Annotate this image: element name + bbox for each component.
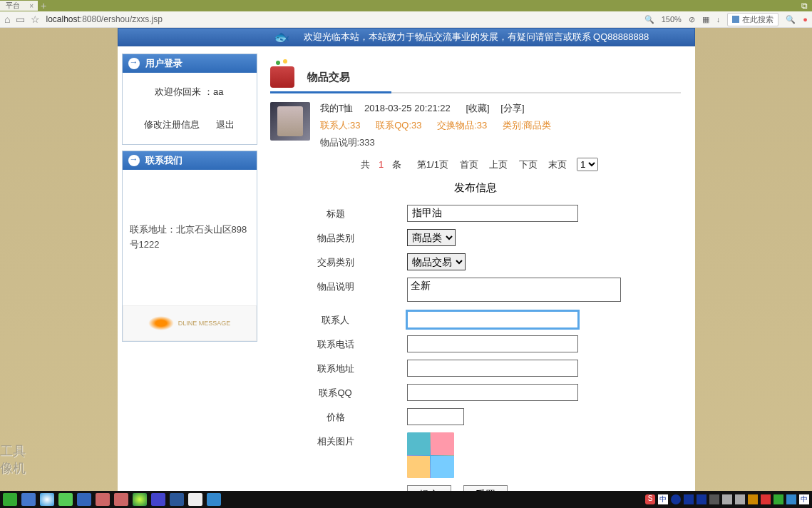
tray-lang-icon[interactable]: 中: [799, 494, 809, 504]
contact-panel-header: 联系我们: [123, 151, 257, 170]
record-icon[interactable]: ●: [803, 15, 808, 24]
shield-icon[interactable]: ⊘: [689, 15, 695, 24]
qq-label: 联系QQ: [264, 384, 407, 400]
tray-volume-icon[interactable]: [722, 494, 732, 504]
taskbar-app-icon[interactable]: [188, 493, 202, 506]
item-category: 类别:商品类: [503, 120, 552, 131]
taskbar-app-icon[interactable]: [151, 493, 165, 506]
tab-underline: [270, 92, 681, 93]
page-last[interactable]: 末页: [548, 159, 567, 170]
login-panel-header: 用户登录: [123, 54, 257, 73]
pin-icon[interactable]: ⧉: [801, 1, 808, 11]
star-icon[interactable]: ☆: [31, 14, 40, 25]
url-field[interactable]: localhost:8080/ershou/zxxs.jsp: [46, 14, 162, 24]
taskbar-app-icon[interactable]: [96, 493, 110, 506]
item-exchange: 交换物品:33: [437, 120, 487, 131]
page-background: 🐟 欢迎光临本站，本站致力于物品交流事业的发展，有疑问请留言或联系 QQ8888…: [0, 28, 812, 508]
taskbar-app-icon[interactable]: [21, 493, 36, 506]
zoom-icon[interactable]: 🔍: [644, 15, 654, 24]
category-select[interactable]: 商品类: [407, 229, 456, 246]
phone-label: 联系电话: [264, 335, 407, 351]
grid-icon[interactable]: ▦: [702, 15, 709, 24]
ime-indicator[interactable]: S: [645, 494, 655, 504]
browser-tab[interactable]: 平台 ×: [0, 1, 38, 11]
tray-icon[interactable]: [761, 494, 771, 504]
download-icon[interactable]: ↓: [716, 15, 721, 24]
page-prev[interactable]: 上页: [489, 159, 508, 170]
item-row: 我的T恤 2018-03-25 20:21:22 [收藏] [分享] 联系人:3…: [270, 102, 681, 149]
logout-link[interactable]: 退出: [216, 119, 235, 130]
title-label: 标题: [264, 205, 407, 220]
close-icon[interactable]: ×: [29, 2, 34, 10]
taskbar-app-icon[interactable]: [170, 493, 184, 506]
tray-icon[interactable]: [748, 494, 758, 504]
tray-chevron-icon[interactable]: [709, 494, 719, 504]
fish-icon: 🐟: [274, 29, 289, 45]
category-label: 物品类别: [264, 229, 407, 245]
item-qq: 联系QQ:33: [376, 120, 421, 131]
search-icon[interactable]: 🔍: [786, 15, 796, 24]
taskbar-app-icon[interactable]: [114, 493, 128, 506]
contact-panel: 联系我们 联系地址：北京石头山区898号1222 DLINE MESSAGE: [122, 151, 257, 342]
taskbar-app-icon[interactable]: [58, 493, 73, 506]
edit-profile-link[interactable]: 修改注册信息: [144, 119, 200, 130]
item-title[interactable]: 我的T恤: [320, 103, 354, 113]
home-icon[interactable]: ⌂: [4, 14, 10, 25]
contact-input[interactable]: [407, 311, 578, 328]
search-engine-icon: [732, 16, 739, 23]
reader-icon[interactable]: ▭: [16, 14, 25, 25]
price-label: 价格: [264, 408, 407, 424]
browser-search[interactable]: 在此搜索: [727, 13, 778, 26]
cart-icon: [270, 66, 294, 88]
form-heading: 发布信息: [264, 181, 687, 195]
tray-icon[interactable]: [774, 494, 783, 504]
phone-input[interactable]: [407, 335, 578, 352]
pen-icon: [148, 316, 174, 330]
arrow-icon: [128, 58, 140, 69]
tray-icon[interactable]: [786, 494, 796, 504]
trade-select[interactable]: 物品交易: [407, 253, 466, 270]
uploaded-image[interactable]: [407, 432, 454, 478]
price-input[interactable]: [407, 408, 464, 425]
item-desc: 物品说明:333: [320, 136, 681, 149]
tray-icon[interactable]: [671, 494, 681, 504]
title-input[interactable]: [407, 205, 578, 222]
image-label: 相关图片: [264, 432, 407, 448]
tray-icon[interactable]: [697, 494, 706, 504]
section-title: 物品交易: [307, 71, 350, 84]
page-home[interactable]: 首页: [460, 159, 478, 170]
page-info: 第1/1页: [417, 159, 448, 170]
taskbar-app-icon[interactable]: [77, 493, 91, 506]
ime-lang[interactable]: 中: [658, 494, 668, 504]
site-banner: 🐟 欢迎光临本站，本站致力于物品交流事业的发展，有疑问请留言或联系 QQ8888…: [118, 28, 695, 46]
welcome-text: 欢迎你回来 ：aa: [130, 86, 250, 98]
taskbar: S 中 中: [0, 491, 812, 508]
tray-network-icon[interactable]: [735, 494, 745, 504]
item-time: 2018-03-25 20:21:22: [364, 103, 451, 113]
contact-label: 联系人: [264, 311, 407, 327]
zoom-level: 150%: [662, 15, 682, 24]
taskbar-app-icon[interactable]: [133, 493, 147, 506]
addr-input[interactable]: [407, 360, 578, 377]
browser-tab-strip: 平台 × + ⧉: [0, 0, 812, 11]
tab-title: 平台: [6, 1, 20, 11]
page-next[interactable]: 下页: [519, 159, 538, 170]
share-link[interactable]: [分享]: [500, 103, 524, 113]
new-tab-button[interactable]: +: [41, 0, 46, 11]
desc-textarea[interactable]: 全新: [407, 278, 621, 302]
page-select[interactable]: 1: [577, 158, 598, 171]
addr-label: 联系地址: [264, 360, 407, 375]
tray-icon[interactable]: [684, 494, 694, 504]
item-thumbnail[interactable]: [270, 102, 310, 141]
banner-text: 欢迎光临本站，本站致力于物品交流事业的发展，有疑问请留言或联系 QQ888888…: [304, 31, 649, 44]
qq-input[interactable]: [407, 384, 578, 401]
taskbar-app-icon[interactable]: [207, 493, 221, 506]
taskbar-app-icon[interactable]: [40, 493, 54, 506]
taskbar-app-icon[interactable]: [3, 493, 17, 506]
message-banner[interactable]: DLINE MESSAGE: [123, 305, 257, 341]
desc-label: 物品说明: [264, 278, 407, 293]
trade-label: 交易类别: [264, 253, 407, 269]
login-panel: 用户登录 欢迎你回来 ：aa 修改注册信息 退出: [122, 54, 257, 145]
favorite-link[interactable]: [收藏]: [466, 103, 489, 113]
item-contact: 联系人:33: [320, 120, 361, 131]
